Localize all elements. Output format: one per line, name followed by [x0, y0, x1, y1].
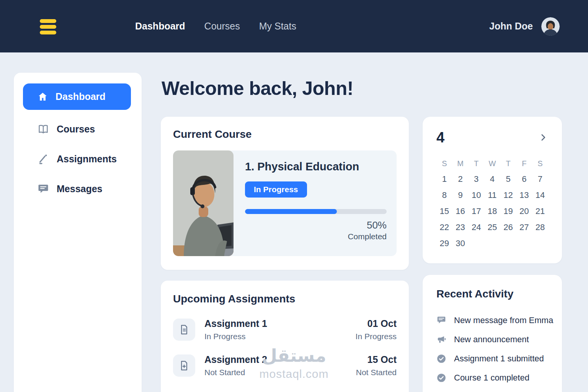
calendar-date[interactable]: 18 [484, 203, 500, 219]
calendar-date[interactable]: 30 [452, 235, 469, 252]
calendar-date[interactable]: 13 [516, 187, 532, 203]
assignment-due-status: In Progress [356, 332, 397, 341]
sidebar-item-assignments[interactable]: Assignments [23, 148, 132, 170]
calendar-date[interactable]: 29 [436, 235, 452, 252]
calendar-next-button[interactable] [538, 132, 548, 142]
megaphone-icon [436, 335, 446, 345]
calendar-day-header: F [516, 156, 532, 171]
sidebar: Dashboard Courses Assignments [14, 73, 142, 392]
activity-item[interactable]: Course 1 completed [436, 368, 548, 387]
calendar-date[interactable]: 6 [516, 171, 532, 187]
calendar-date[interactable]: 1 [436, 171, 452, 187]
calendar-day-header: S [532, 156, 548, 171]
check-circle-icon [436, 373, 446, 383]
activity-list: New message from Emma New announcement [436, 311, 548, 387]
calendar-month-label: 4 [436, 129, 444, 146]
activity-text: New announcement [454, 335, 529, 345]
assignment-row[interactable]: Assignment 1 In Progress 01 Oct In Progr… [173, 318, 397, 341]
current-course-card: Current Course [161, 117, 409, 270]
assignment-name: Assignment 2 [204, 354, 267, 365]
assignment-due-status: Not Started [356, 368, 397, 377]
calendar-day-header: W [484, 156, 500, 171]
calendar-date[interactable]: 20 [516, 203, 532, 219]
calendar-date[interactable]: 14 [532, 187, 548, 203]
calendar-date[interactable]: 26 [500, 219, 516, 235]
calendar-date[interactable]: 9 [452, 187, 469, 203]
nav-link-dashboard[interactable]: Dashboard [135, 21, 185, 32]
progress-caption: Completed [245, 232, 387, 241]
calendar-card: 4 S M T W T F S 1 2 3 4 5 6 7 8 [423, 117, 562, 263]
calendar-date[interactable]: 7 [532, 171, 548, 187]
assignment-status: Not Started [204, 368, 267, 377]
navbar-links: Dashboard Courses My Stats [135, 0, 296, 52]
chevron-right-icon [538, 132, 548, 142]
course-name: 1. Physical Education [245, 160, 387, 173]
calendar-date[interactable]: 27 [516, 219, 532, 235]
menu-button[interactable] [40, 19, 56, 34]
nav-link-my-stats[interactable]: My Stats [259, 21, 296, 32]
calendar-date[interactable]: 12 [500, 187, 516, 203]
calendar-date[interactable]: 23 [452, 219, 469, 235]
user-avatar[interactable] [541, 17, 560, 36]
calendar-date[interactable]: 8 [436, 187, 452, 203]
assignment-row[interactable]: Assignment 2 Not Started 15 Oct Not Star… [173, 354, 397, 377]
hamburger-icon [40, 19, 56, 23]
calendar-date[interactable]: 21 [532, 203, 548, 219]
sidebar-item-messages[interactable]: Messages [23, 178, 132, 199]
book-icon [38, 123, 49, 135]
course-info: 1. Physical Education In Progress 50% Co… [234, 150, 397, 256]
check-circle-icon [436, 354, 446, 364]
sidebar-item-dashboard[interactable]: Dashboard [23, 83, 131, 110]
assignment-due-date: 01 Oct [356, 318, 397, 329]
activity-text: Assignment 1 submitted [454, 354, 544, 364]
calendar-date[interactable]: 25 [484, 219, 500, 235]
progress-bar-fill [245, 209, 337, 214]
calendar-date[interactable]: 28 [532, 219, 548, 235]
calendar-day-header: T [500, 156, 516, 171]
calendar-date[interactable]: 11 [484, 187, 500, 203]
calendar-day-header: S [436, 156, 452, 171]
calendar-date[interactable]: 4 [484, 171, 500, 187]
progress-bar [245, 209, 387, 214]
activity-item[interactable]: Assignment 1 submitted [436, 349, 548, 368]
upcoming-assignments-card: Upcoming Assignments Assignment 1 In Pro… [161, 281, 409, 392]
navbar-user[interactable]: John Doe [489, 0, 560, 52]
activity-text: New message from Emma [454, 315, 553, 325]
sidebar-item-label: Messages [57, 183, 103, 194]
calendar-date[interactable]: 15 [436, 203, 452, 219]
progress-percent: 50% [245, 219, 387, 231]
calendar-date[interactable]: 16 [452, 203, 469, 219]
page-title: Welcome back, John! [162, 77, 353, 100]
chat-icon [436, 315, 446, 325]
sidebar-item-label: Dashboard [56, 91, 106, 102]
calendar-date[interactable]: 10 [468, 187, 484, 203]
calendar-date[interactable]: 17 [468, 203, 484, 219]
document-icon [173, 318, 195, 341]
activity-item[interactable]: New announcement [436, 330, 548, 349]
activity-item[interactable]: New message from Emma [436, 311, 548, 330]
calendar-date[interactable]: 3 [468, 171, 484, 187]
course-photo [173, 150, 234, 256]
nav-link-courses[interactable]: Courses [204, 21, 240, 32]
user-name: John Doe [489, 21, 533, 32]
calendar-date[interactable]: 24 [468, 219, 484, 235]
status-badge: In Progress [245, 181, 307, 198]
calendar-date[interactable]: 22 [436, 219, 452, 235]
calendar-day-header: T [468, 156, 484, 171]
calendar-date[interactable]: 19 [500, 203, 516, 219]
recent-activity-title: Recent Activity [436, 288, 548, 300]
upcoming-assignments-title: Upcoming Assignments [173, 293, 397, 305]
calendar-date[interactable]: 5 [500, 171, 516, 187]
sidebar-item-courses[interactable]: Courses [23, 118, 132, 140]
calendar-day-header: M [452, 156, 469, 171]
pencil-icon [38, 153, 49, 165]
assignment-status: In Progress [204, 332, 267, 341]
activity-text: Course 1 completed [454, 373, 529, 383]
dashboard-page: Dashboard Courses My Stats John Doe [0, 0, 588, 392]
calendar-grid: S M T W T F S 1 2 3 4 5 6 7 8 9 10 11 12… [436, 156, 548, 252]
current-course-panel[interactable]: 1. Physical Education In Progress 50% Co… [173, 150, 397, 256]
top-navbar: Dashboard Courses My Stats John Doe [0, 0, 588, 52]
document-plus-icon [173, 354, 195, 377]
calendar-date[interactable]: 2 [452, 171, 469, 187]
sidebar-item-label: Assignments [57, 154, 117, 165]
